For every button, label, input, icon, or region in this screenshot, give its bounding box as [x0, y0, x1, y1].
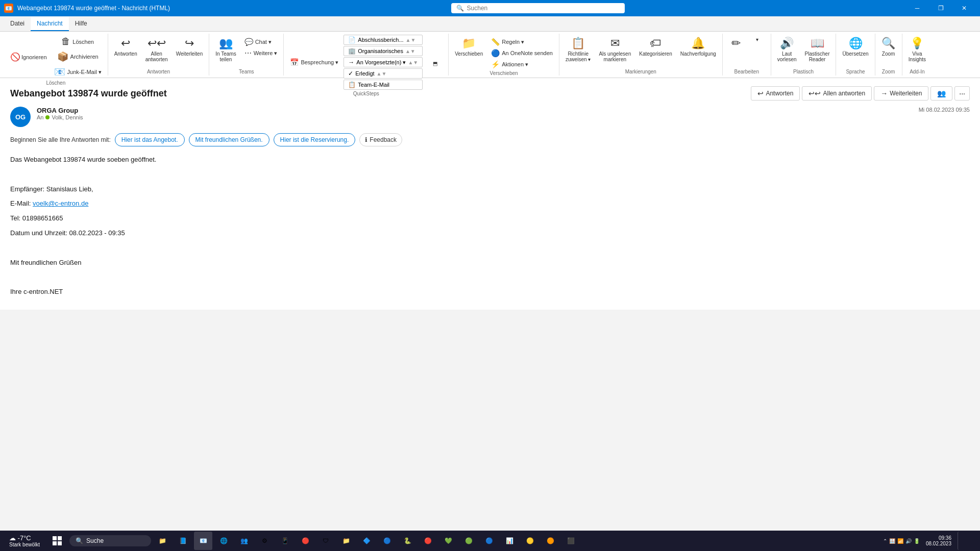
delete-button[interactable]: 🗑 Löschen — [51, 35, 105, 48]
nachverfolgung-button[interactable]: 🔔 Nachverfolgung — [677, 35, 719, 59]
zoom-label: Zoom — [882, 69, 895, 74]
taskbar-app-green[interactable]: 💚 — [439, 532, 457, 550]
onenote-button[interactable]: 🔵 An OneNote senden — [488, 48, 556, 58]
taskbar-app-shield[interactable]: 🛡 — [316, 532, 335, 550]
ungelesen-button[interactable]: ✉ Als ungelesenmarkieren — [596, 35, 634, 64]
ribbon-tabs: Datei Nachricht Hilfe — [0, 16, 980, 32]
reply-all-button[interactable]: ↩↩ Allenantworten — [142, 35, 171, 64]
teams-share-button[interactable]: 👥 In Teamsteilen — [212, 35, 239, 64]
reply-icon: ↩ — [757, 89, 764, 97]
taskbar-app-phone[interactable]: 📱 — [276, 532, 294, 550]
reply-top-button[interactable]: ↩ Antworten — [751, 86, 800, 101]
reply-button[interactable]: ↩ Antworten — [111, 35, 140, 59]
laut-vorlesen-button[interactable]: 🔊 Lautvorlesen — [774, 35, 800, 64]
window-title: Webangebot 139874 wurde geöffnet - Nachr… — [17, 5, 170, 12]
edit-button[interactable]: ✏ — [726, 35, 746, 53]
taskbar-app-yellow[interactable]: 🟡 — [521, 532, 539, 550]
tray-chevron[interactable]: ⌃ — [883, 538, 887, 544]
chat-button[interactable]: 💬 Chat ▾ — [241, 37, 281, 47]
archive-button[interactable]: 📦 Archivieren — [51, 49, 105, 64]
plastischer-reader-button[interactable]: 📖 PlastischerReader — [802, 35, 833, 64]
window-controls: ─ ❐ ✕ — [905, 0, 976, 16]
start-button[interactable] — [47, 531, 67, 551]
maximize-button[interactable]: ❐ — [929, 0, 952, 16]
abschluss-button[interactable]: 📄 Abschlussberich... ▲▼ — [344, 35, 423, 45]
forward-top-button[interactable]: → Weiterleiten — [874, 86, 928, 101]
taskbar-app-py[interactable]: 🐍 — [398, 532, 416, 550]
erledigt-button[interactable]: ✓ Erledigt ▲▼ — [344, 68, 423, 79]
edit-dropdown[interactable]: ▾ — [747, 35, 768, 44]
title-search-input[interactable] — [467, 5, 620, 12]
organisatorisches-button[interactable]: 🏢 Organisatorisches ▲▼ — [344, 46, 423, 56]
uebersetzen-button[interactable]: 🌐 Übersetzen — [839, 35, 871, 59]
tray-network[interactable]: 📶 — [897, 538, 903, 544]
taskbar-app-vs[interactable]: 🔷 — [357, 532, 376, 550]
email-sender-info: ORGA Group An Volk, Dennis — [37, 107, 913, 120]
tray-win-icon[interactable]: 🪟 — [889, 538, 895, 544]
weitere-button[interactable]: ⋯ Weitere ▾ — [241, 48, 281, 58]
richtlinie-button[interactable]: 📋 Richtliniezuweisen ▾ — [562, 35, 594, 64]
sprache-label: Sprache — [846, 69, 865, 74]
quicksteps-expand[interactable]: ⬒ — [425, 60, 445, 67]
tab-datei[interactable]: Datei — [4, 17, 31, 31]
tray-sound[interactable]: 🔊 — [905, 538, 912, 544]
suggested-reply-0[interactable]: Hier ist das Angebot. — [115, 133, 185, 146]
taskbar-app-explorer[interactable]: 📁 — [153, 532, 172, 550]
taskbar-app-folder2[interactable]: 📁 — [337, 532, 355, 550]
move-button[interactable]: 📁 Verschieben — [452, 35, 486, 59]
taskbar-app-teams2[interactable]: 👥 — [235, 532, 253, 550]
taskbar-app-orange[interactable]: 🟠 — [541, 532, 559, 550]
taskbar-app-outlook[interactable]: 📧 — [194, 532, 212, 550]
taskbar-app-black[interactable]: ⬛ — [561, 532, 580, 550]
title-search-bar[interactable]: 🔍 — [451, 3, 625, 13]
taskbar-app-teams[interactable]: 📘 — [174, 532, 192, 550]
taskbar-app-blue[interactable]: 🔵 — [480, 532, 498, 550]
taskbar-app-red2[interactable]: 🔴 — [419, 532, 437, 550]
close-button[interactable]: ✕ — [952, 0, 976, 16]
tab-hilfe[interactable]: Hilfe — [69, 17, 93, 31]
tab-nachricht[interactable]: Nachricht — [31, 17, 69, 31]
more-actions-button[interactable]: ··· — [954, 86, 970, 101]
taskbar-app-edge[interactable]: 🌐 — [214, 532, 233, 550]
tray-battery[interactable]: 🔋 — [914, 538, 920, 544]
suggested-reply-2[interactable]: Hier ist die Reservierung. — [274, 133, 356, 146]
zoom-button[interactable]: 🔍 Zoom — [878, 35, 899, 59]
taskbar-app-whatsapp[interactable]: 🟢 — [459, 532, 478, 550]
weather-widget[interactable]: ☁ -7°C Stark bewölkt — [4, 534, 45, 547]
suggested-reply-1[interactable]: Mit freundlichen Grüßen. — [189, 133, 270, 146]
suggested-label: Beginnen Sie alle Ihre Antworten mit: — [10, 136, 111, 143]
weather-condition: Stark bewölkt — [9, 542, 40, 547]
minimize-button[interactable]: ─ — [905, 0, 929, 16]
addin-label: Add-In — [910, 69, 924, 74]
ignore-button[interactable]: 🚫 Ignorieren — [7, 50, 50, 64]
online-status-dot — [45, 115, 50, 119]
ribbon-group-teams: 👥 In Teamsteilen 💬 Chat ▾ ⋯ Weitere ▾ Te… — [209, 34, 284, 76]
email-recipients: An Volk, Dennis — [37, 114, 913, 120]
besprechung-button[interactable]: 📅 Besprechung ▾ — [287, 57, 341, 67]
regeln-button[interactable]: 📏 Regeln ▾ — [488, 37, 556, 47]
taskbar-app-settings[interactable]: ⚙ — [255, 532, 274, 550]
team-email-button[interactable]: 📋 Team-E-Mail — [344, 80, 423, 90]
show-desktop-button[interactable] — [958, 532, 976, 550]
taskbar-app-red1[interactable]: 🔴 — [296, 532, 314, 550]
email-link[interactable]: voelk@c-entron.de — [33, 199, 88, 207]
vorgesetzte-button[interactable]: → An Vorgesetzte(n) ▾ ▲▼ — [344, 57, 423, 67]
info-icon: ℹ — [365, 136, 368, 143]
viva-insights-button[interactable]: 💡 VivaInsights — [905, 35, 929, 64]
junk-button[interactable]: 📧 Junk-E-Mail ▾ — [51, 65, 105, 79]
feedback-button[interactable]: ℹ Feedback — [359, 133, 402, 146]
kategorisieren-button[interactable]: 🏷 Kategorisieren — [636, 35, 675, 59]
taskbar-search[interactable]: 🔍 Suche — [69, 535, 151, 546]
reply-all-top-button[interactable]: ↩↩ Allen antworten — [802, 86, 872, 101]
email-meta: OG ORGA Group An Volk, Dennis Mi 08.02.2… — [10, 107, 970, 127]
system-clock[interactable]: 09:36 08.02.2023 — [922, 535, 955, 546]
body-line10: Ihre c-entron.NET — [10, 287, 970, 297]
taskbar-app-vscode[interactable]: 🔵 — [378, 532, 396, 550]
taskbar-app-excel[interactable]: 📊 — [500, 532, 519, 550]
teams-top-button[interactable]: 👥 — [930, 86, 952, 101]
forward-icon: → — [880, 89, 888, 97]
forward-button[interactable]: ↪ Weiterleiten — [173, 35, 206, 59]
email-body: Das Webangebot 139874 wurde soeben geöff… — [10, 155, 970, 297]
email-subject: Webangebot 139874 wurde geöffnet — [10, 88, 167, 99]
aktionen-button[interactable]: ⚡ Aktionen ▾ — [488, 59, 556, 69]
